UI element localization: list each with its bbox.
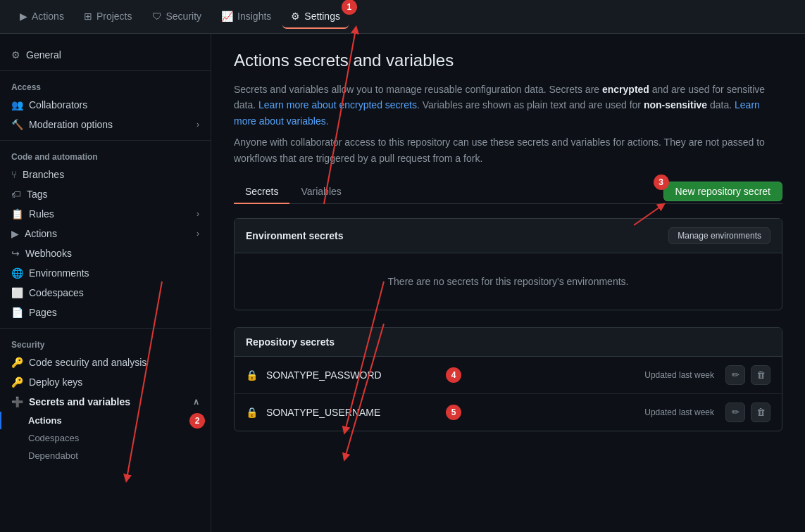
sidebar-actions-label: Actions — [25, 228, 57, 239]
new-repository-secret-button[interactable]: New repository secret — [663, 182, 782, 201]
tab-secrets[interactable]: Secrets — [234, 180, 289, 204]
delete-secret-password-button[interactable]: 🗑 — [751, 365, 770, 385]
sidebar-code-security-label: Code security and analysis — [29, 357, 146, 368]
page-layout: ⚙ General Access 👥 Collaborators 🔨 Moder… — [0, 34, 805, 532]
sidebar-pages-label: Pages — [29, 307, 57, 318]
sidebar-section-security: Security — [0, 334, 211, 353]
sidebar-environments-label: Environments — [29, 267, 89, 279]
nav-security[interactable]: 🛡 Security — [144, 5, 211, 29]
nav-insights[interactable]: 📈 Insights — [213, 5, 280, 29]
secrets-variables-icon: ➕ — [11, 396, 23, 407]
webhooks-icon: ↪ — [11, 248, 20, 259]
sidebar-divider-1 — [0, 70, 211, 71]
sidebar-item-branches[interactable]: ⑂ Branches — [0, 165, 211, 184]
nav-insights-label: Insights — [237, 11, 271, 22]
learn-secrets-link[interactable]: Learn more about encrypted secrets — [258, 99, 417, 110]
sidebar-item-deploy-keys[interactable]: 🔑 Deploy keys — [0, 372, 211, 392]
page-title: Actions secrets and variables — [234, 51, 782, 70]
nav-projects-label: Projects — [96, 11, 132, 22]
annotation-2: 2 — [189, 413, 205, 429]
nav-projects[interactable]: ⊞ Projects — [75, 5, 141, 29]
sidebar-tags-label: Tags — [27, 189, 48, 200]
sidebar-deploy-keys-label: Deploy keys — [29, 376, 82, 388]
settings-nav-icon: ⚙ — [291, 11, 300, 22]
tags-icon: 🏷 — [11, 189, 21, 200]
branches-icon: ⑂ — [11, 169, 17, 180]
edit-secret-username-button[interactable]: ✏ — [725, 403, 745, 422]
environment-secrets-section: Environment secrets Manage environments … — [234, 218, 782, 310]
repository-secrets-title: Repository secrets — [246, 336, 335, 348]
deploy-keys-icon: 🔑 — [11, 376, 23, 388]
secret-lock-icon-1: 🔒 — [246, 369, 258, 381]
sidebar-divider-2 — [0, 140, 211, 141]
top-nav: ▶ Actions ⊞ Projects 🛡 Security 📈 Insigh… — [0, 0, 805, 34]
sidebar-moderation-label: Moderation options — [29, 119, 113, 130]
codespaces-icon: ⬜ — [11, 287, 23, 298]
repository-secrets-section: Repository secrets 🔒 SONATYPE_PASSWORD 4… — [234, 327, 782, 431]
nav-actions[interactable]: ▶ Actions — [11, 5, 73, 29]
nav-settings-label: Settings — [304, 11, 340, 22]
manage-environments-button[interactable]: Manage environments — [668, 227, 770, 244]
sidebar-sub-item-actions[interactable]: Actions 2 — [0, 412, 211, 429]
sidebar-section-access: Access — [0, 77, 211, 95]
delete-secret-username-button[interactable]: 🗑 — [751, 403, 770, 422]
secrets-variables-chevron-icon: ∧ — [193, 397, 199, 407]
rules-chevron-icon: › — [196, 209, 199, 219]
sidebar-divider-3 — [0, 328, 211, 329]
sidebar-rules-label: Rules — [29, 208, 54, 220]
sidebar-collaborators-label: Collaborators — [29, 99, 87, 110]
secret-updated-username: Updated last week — [644, 407, 714, 417]
sidebar-sub-dependabot-label: Dependabot — [28, 450, 78, 461]
sidebar-item-rules[interactable]: 📋 Rules › — [0, 204, 211, 224]
sidebar-branches-label: Branches — [23, 169, 64, 180]
secret-actions-password: ✏ 🗑 — [725, 365, 770, 385]
annotation-1: 1 — [342, 0, 357, 15]
secret-actions-username: ✏ 🗑 — [725, 403, 770, 422]
secret-row-username: 🔒 SONATYPE_USERNAME 5 Updated last week … — [235, 394, 782, 431]
security-nav-icon: 🛡 — [152, 11, 162, 22]
sidebar-sub-item-dependabot[interactable]: Dependabot — [0, 447, 211, 464]
sidebar-item-tags[interactable]: 🏷 Tags — [0, 184, 211, 204]
sidebar-sub-actions-label: Actions — [28, 415, 62, 426]
pages-icon: 📄 — [11, 307, 23, 318]
environment-secrets-header: Environment secrets Manage environments — [235, 219, 782, 253]
sidebar-codespaces-label: Codespaces — [29, 287, 84, 298]
environments-icon: 🌐 — [11, 267, 23, 279]
moderation-chevron-icon: › — [196, 120, 199, 129]
sidebar-webhooks-label: Webhooks — [25, 248, 72, 259]
general-icon: ⚙ — [11, 49, 20, 61]
sidebar-secrets-variables-label: Secrets and variables — [29, 396, 130, 407]
tab-variables[interactable]: Variables — [289, 180, 352, 204]
sidebar-item-actions[interactable]: ▶ Actions › — [0, 224, 211, 243]
sidebar: ⚙ General Access 👥 Collaborators 🔨 Moder… — [0, 34, 211, 532]
sidebar-item-moderation[interactable]: 🔨 Moderation options › — [0, 115, 211, 134]
secret-lock-icon-2: 🔒 — [246, 407, 258, 418]
sidebar-general-label: General — [26, 49, 61, 61]
sidebar-item-environments[interactable]: 🌐 Environments — [0, 263, 211, 283]
page-description-1: Secrets and variables allow you to manag… — [234, 82, 782, 129]
repository-secrets-header: Repository secrets — [235, 328, 782, 357]
sidebar-sub-item-codespaces[interactable]: Codespaces — [0, 429, 211, 447]
tabs-left: Secrets Variables — [234, 180, 353, 203]
secret-updated-password: Updated last week — [644, 370, 714, 380]
sidebar-item-code-security[interactable]: 🔑 Code security and analysis — [0, 353, 211, 372]
moderation-icon: 🔨 — [11, 119, 23, 130]
code-security-icon: 🔑 — [11, 357, 23, 368]
sidebar-sub-codespaces-label: Codespaces — [28, 433, 79, 443]
actions-chevron-icon: › — [196, 229, 199, 239]
sidebar-item-secrets-variables[interactable]: ➕ Secrets and variables ∧ — [0, 392, 211, 412]
sidebar-item-general[interactable]: ⚙ General — [0, 45, 211, 65]
environment-secrets-empty: There are no secrets for this repository… — [235, 253, 782, 310]
secret-name-password: SONATYPE_PASSWORD — [266, 369, 644, 381]
actions-nav-icon: ▶ — [20, 11, 27, 22]
sidebar-item-webhooks[interactable]: ↪ Webhooks — [0, 243, 211, 263]
nav-settings[interactable]: ⚙ Settings 1 — [282, 5, 349, 29]
sidebar-item-collaborators[interactable]: 👥 Collaborators — [0, 95, 211, 115]
sidebar-item-pages[interactable]: 📄 Pages — [0, 303, 211, 322]
edit-secret-password-button[interactable]: ✏ — [725, 365, 745, 385]
sidebar-item-codespaces[interactable]: ⬜ Codespaces — [0, 283, 211, 303]
nav-security-label: Security — [166, 11, 202, 22]
sidebar-section-code: Code and automation — [0, 146, 211, 165]
secret-row-password: 🔒 SONATYPE_PASSWORD 4 Updated last week … — [235, 357, 782, 394]
page-description-2: Anyone with collaborator access to this … — [234, 134, 782, 166]
